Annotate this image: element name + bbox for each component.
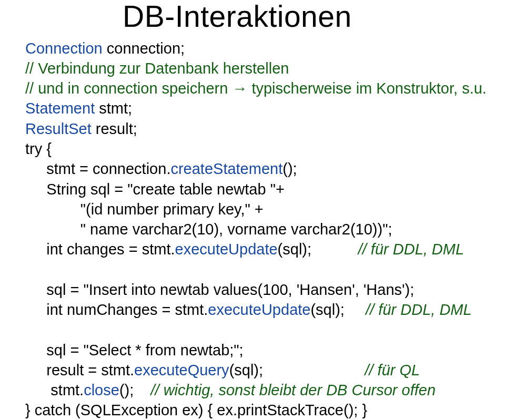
code-block: Connection connection; // Verbindung zur… bbox=[25, 38, 480, 420]
code-text: sql = "Insert into newtab values(100, 'H… bbox=[25, 281, 414, 298]
code-text: result = stmt. bbox=[25, 362, 134, 378]
code-text: (sql); bbox=[278, 241, 358, 258]
code-text: } catch (SQLException ex) { ex.printStac… bbox=[25, 402, 367, 418]
method-executeQuery: executeQuery bbox=[134, 362, 229, 378]
code-text: (sql); bbox=[229, 362, 365, 378]
code-text: stmt = connection. bbox=[25, 160, 170, 177]
code-text: stmt. bbox=[25, 382, 84, 398]
slide-title: DB-Interaktionen bbox=[123, 0, 480, 33]
method-executeUpdate: executeUpdate bbox=[208, 301, 310, 318]
type-resultset: ResultSet bbox=[25, 120, 92, 137]
code-text: connection; bbox=[103, 40, 185, 57]
code-text: "(id number primary key," + bbox=[25, 201, 264, 218]
comment-line: // Verbindung zur Datenbank herstellen bbox=[25, 60, 289, 77]
comment-inline: // für DDL, DML bbox=[358, 241, 464, 258]
arrow-icon: → bbox=[232, 80, 247, 97]
code-text: sql = "Select * from newtab;"; bbox=[25, 342, 244, 358]
type-statement: Statement bbox=[25, 100, 95, 117]
code-text: stmt; bbox=[95, 100, 132, 117]
type-connection: Connection bbox=[25, 40, 103, 57]
code-text: int numChanges = stmt. bbox=[25, 301, 208, 318]
method-executeUpdate: executeUpdate bbox=[175, 241, 278, 258]
code-text: (sql); bbox=[310, 301, 366, 318]
comment-line: // und in connection speichern bbox=[25, 80, 232, 97]
comment-inline: // für DDL, DML bbox=[366, 301, 471, 318]
method-createStatement: createStatement bbox=[170, 160, 282, 177]
comment-inline: // für QL bbox=[365, 362, 420, 378]
code-text: try { bbox=[25, 140, 52, 157]
method-close: close bbox=[84, 382, 119, 398]
comment-line: typischerweise im Konstruktor, s.u. bbox=[247, 80, 487, 97]
code-text: (); bbox=[282, 160, 297, 177]
code-text: (); bbox=[119, 382, 151, 398]
slide: DB-Interaktionen Connection connection; … bbox=[0, 0, 505, 420]
code-text: String sql = "create table newtab "+ bbox=[25, 181, 289, 198]
comment-inline: // wichtig, sonst bleibt der DB Cursor o… bbox=[150, 382, 436, 398]
code-text: result; bbox=[92, 120, 137, 137]
code-text: " name varchar2(10), vorname varchar2(10… bbox=[25, 221, 392, 238]
code-text: int changes = stmt. bbox=[25, 241, 175, 258]
